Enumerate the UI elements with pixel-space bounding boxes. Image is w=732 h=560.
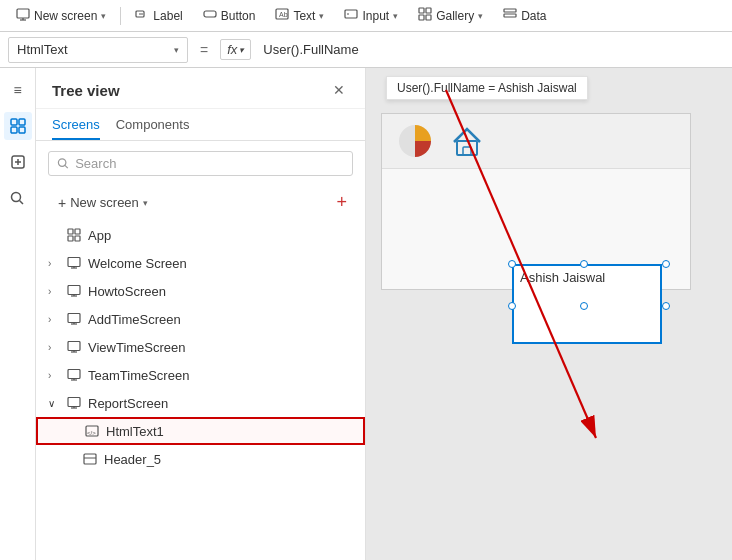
- new-screen-row: + New screen ▾ +: [36, 186, 365, 219]
- svg-rect-19: [19, 127, 25, 133]
- new-screen-button[interactable]: + New screen ▾: [52, 192, 154, 214]
- handle-bottom-center[interactable]: [580, 302, 588, 310]
- tree-tabs: Screens Components: [36, 109, 365, 141]
- gallery-chevron-icon: ▾: [478, 11, 483, 21]
- house-icon: [448, 122, 486, 160]
- tree-title: Tree view: [52, 82, 120, 99]
- formula-bar: HtmlText ▾ = fx ▾ User().FullName: [0, 32, 732, 68]
- tree-content: App › Welcome Screen › HowtoScreen ›: [36, 221, 365, 560]
- button-label: Button: [221, 9, 256, 23]
- tree-close-button[interactable]: ✕: [329, 80, 349, 100]
- svg-rect-34: [68, 286, 80, 295]
- svg-text:</>: </>: [87, 430, 96, 436]
- svg-rect-12: [419, 15, 424, 20]
- screen-icon: [66, 255, 82, 271]
- screen-icon: [66, 311, 82, 327]
- screen-icon: [66, 283, 82, 299]
- svg-rect-31: [68, 258, 80, 267]
- textbox-value: Ashish Jaiswal: [520, 270, 605, 285]
- tree-item-app[interactable]: App: [36, 221, 365, 249]
- component-name-selector[interactable]: HtmlText ▾: [8, 37, 188, 63]
- viewtime-screen-label: ViewTimeScreen: [88, 340, 353, 355]
- search-box[interactable]: [48, 151, 353, 176]
- side-icon-bar: ≡: [0, 68, 36, 560]
- tab-components[interactable]: Components: [116, 109, 190, 140]
- button-icon: [203, 7, 217, 24]
- svg-text:Ab: Ab: [279, 11, 288, 18]
- fx-button[interactable]: fx ▾: [220, 39, 251, 60]
- app-nav-bar: [382, 114, 690, 169]
- text-chevron-icon: ▾: [319, 11, 324, 21]
- expand-arrow-icon: ›: [48, 286, 60, 297]
- expand-arrow-icon: ∨: [48, 398, 60, 409]
- svg-rect-40: [68, 342, 80, 351]
- svg-rect-43: [68, 370, 80, 379]
- formula-tooltip: User().FullName = Ashish Jaiswal: [386, 76, 588, 100]
- svg-rect-8: [345, 10, 357, 18]
- formula-input[interactable]: User().FullName: [259, 42, 724, 57]
- input-label: Input: [362, 9, 389, 23]
- data-toolbar-item[interactable]: Data: [495, 3, 554, 28]
- tree-item-addtime-screen[interactable]: › AddTimeScreen: [36, 305, 365, 333]
- search-box-icon: [57, 157, 69, 170]
- svg-rect-55: [463, 147, 471, 155]
- tree-item-report-screen[interactable]: ∨ ReportScreen: [36, 389, 365, 417]
- htmltext1-label: HtmlText1: [106, 424, 351, 439]
- new-screen-toolbar-item[interactable]: New screen ▾: [8, 3, 114, 28]
- tree-header: Tree view ✕: [36, 68, 365, 109]
- top-toolbar: New screen ▾ Label Button Ab Text ▾ Inpu…: [0, 0, 732, 32]
- tree-item-welcome-screen[interactable]: › Welcome Screen: [36, 249, 365, 277]
- canvas-content[interactable]: User().FullName = Ashish Jaiswal: [366, 68, 732, 560]
- tree-item-howto-screen[interactable]: › HowtoScreen: [36, 277, 365, 305]
- data-label: Data: [521, 9, 546, 23]
- tree-item-teamtime-screen[interactable]: › TeamTimeScreen: [36, 361, 365, 389]
- text-label: Text: [293, 9, 315, 23]
- svg-rect-28: [75, 229, 80, 234]
- hamburger-menu-icon[interactable]: ≡: [4, 76, 32, 104]
- expand-arrow-icon: ›: [48, 342, 60, 353]
- gallery-toolbar-item[interactable]: Gallery ▾: [410, 3, 491, 28]
- handle-middle-left[interactable]: [508, 302, 516, 310]
- app-label: App: [88, 228, 353, 243]
- tree-view-panel: Tree view ✕ Screens Components + New scr…: [36, 68, 366, 560]
- handle-top-left[interactable]: [508, 260, 516, 268]
- component-name-value: HtmlText: [17, 42, 68, 57]
- svg-rect-14: [504, 9, 516, 12]
- svg-rect-29: [68, 236, 73, 241]
- svg-rect-37: [68, 314, 80, 323]
- button-toolbar-item[interactable]: Button: [195, 3, 264, 28]
- input-toolbar-item[interactable]: Input ▾: [336, 3, 406, 28]
- htmltext-icon: </>: [84, 423, 100, 439]
- svg-rect-5: [204, 11, 216, 17]
- new-screen-label: New screen: [34, 9, 97, 23]
- handle-bottom-right[interactable]: [662, 302, 670, 310]
- fx-chevron-icon: ▾: [239, 45, 244, 55]
- report-screen-label: ReportScreen: [88, 396, 353, 411]
- equals-sign: =: [196, 42, 212, 58]
- handle-top-center[interactable]: [580, 260, 588, 268]
- input-icon: [344, 7, 358, 24]
- label-toolbar-item[interactable]: Label: [127, 3, 190, 28]
- plugin-icon[interactable]: [4, 148, 32, 176]
- header-icon: [82, 451, 98, 467]
- svg-rect-30: [75, 236, 80, 241]
- tree-view-icon[interactable]: [4, 112, 32, 140]
- tree-item-viewtime-screen[interactable]: › ViewTimeScreen: [36, 333, 365, 361]
- svg-rect-18: [11, 127, 17, 133]
- handle-top-right[interactable]: [662, 260, 670, 268]
- tree-item-header5[interactable]: Header_5: [36, 445, 365, 473]
- tree-item-htmltext1[interactable]: </> HtmlText1 ···: [36, 417, 365, 445]
- text-toolbar-item[interactable]: Ab Text ▾: [267, 3, 332, 28]
- screen-icon: [16, 7, 30, 24]
- search-input[interactable]: [75, 156, 344, 171]
- svg-rect-15: [504, 14, 516, 17]
- expand-arrow-icon: ›: [48, 370, 60, 381]
- expand-arrow-icon: ›: [48, 258, 60, 269]
- app-preview-frame: Ashish Jaiswal: [381, 113, 691, 290]
- search-icon[interactable]: [4, 184, 32, 212]
- tab-screens[interactable]: Screens: [52, 109, 100, 140]
- gallery-label: Gallery: [436, 9, 474, 23]
- add-item-button[interactable]: +: [330, 190, 353, 215]
- app-icon: [66, 227, 82, 243]
- expand-arrow-icon: ›: [48, 314, 60, 325]
